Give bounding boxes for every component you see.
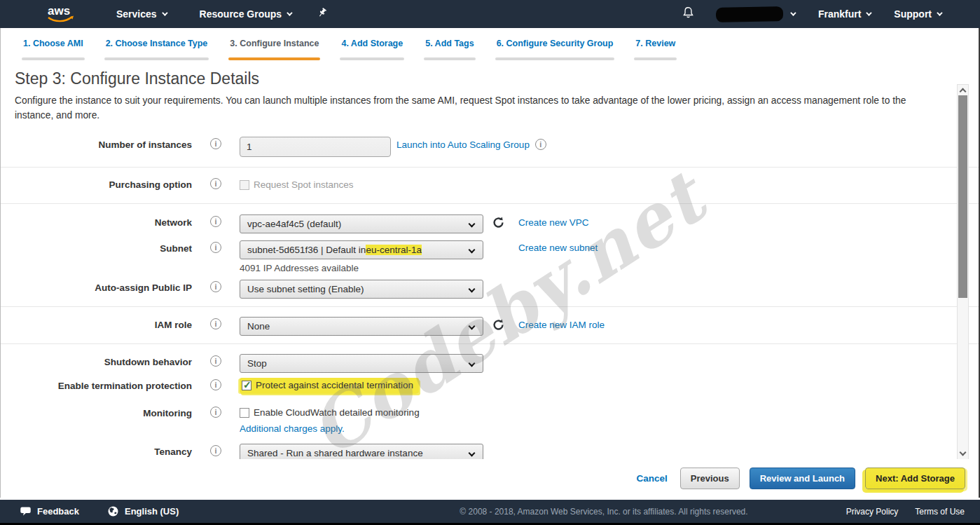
auto-assign-public-ip-value: Use subnet setting (Enable) [247, 284, 364, 294]
info-icon[interactable] [210, 445, 221, 456]
field-label: Number of instances [1, 129, 192, 150]
create-new-vpc-link[interactable]: Create new VPC [518, 217, 589, 228]
refresh-icon [492, 216, 505, 229]
tab-configure-instance[interactable]: 3. Configure Instance [228, 39, 320, 67]
field-label: Network [1, 204, 192, 228]
feedback-button[interactable]: Feedback [20, 505, 79, 517]
pushpin-icon [316, 6, 329, 19]
create-new-subnet-link[interactable]: Create new subnet [518, 243, 598, 253]
refresh-iam-button[interactable] [483, 318, 513, 332]
cancel-link[interactable]: Cancel [637, 473, 668, 484]
checkbox-label: Enable CloudWatch detailed monitoring [254, 407, 420, 418]
info-icon[interactable] [210, 178, 221, 189]
chevron-down-icon [469, 323, 476, 330]
chevron-down-icon [867, 10, 872, 15]
row-subnet: Subnet subnet-5d651f36 | Default in eu-c… [1, 238, 979, 274]
field-label: Tenancy [1, 439, 192, 457]
window-body: 1. Choose AMI 2. Choose Instance Type 3.… [0, 28, 980, 498]
subnet-select[interactable]: subnet-5d651f36 | Default in eu-central-… [240, 240, 483, 259]
subnet-select-value: subnet-5d651f36 | Default in [247, 245, 366, 255]
info-icon[interactable] [210, 242, 221, 253]
row-shutdown-behavior: Shutdown behavior Stop [1, 344, 979, 376]
row-network: Network vpc-ae4af4c5 (default) [1, 204, 979, 238]
create-new-iam-role-link[interactable]: Create new IAM role [518, 320, 605, 330]
privacy-policy-link[interactable]: Privacy Policy [846, 507, 899, 517]
additional-charges-link[interactable]: Additional charges apply. [240, 423, 420, 434]
notifications-button[interactable] [682, 6, 695, 22]
field-label: Subnet [1, 238, 192, 254]
iam-role-value: None [247, 321, 270, 332]
tab-configure-security-group[interactable]: 6. Configure Security Group [495, 39, 615, 67]
info-icon[interactable] [210, 318, 221, 329]
scroll-down-icon[interactable] [960, 449, 967, 456]
chevron-down-icon [469, 221, 476, 228]
nav-resource-groups-menu[interactable]: Resource Groups [200, 8, 291, 20]
language-selector[interactable]: English (US) [107, 505, 179, 517]
nav-region-menu[interactable]: Frankfurt [818, 8, 870, 20]
field-label: Shutdown behavior [1, 344, 192, 367]
previous-button[interactable]: Previous [680, 468, 740, 489]
checkbox-label: Protect against accidental termination [256, 380, 413, 390]
nav-region-label: Frankfurt [818, 8, 861, 20]
request-spot-instances-checkbox[interactable] [240, 180, 249, 190]
tab-add-tags[interactable]: 5. Add Tags [424, 39, 475, 67]
row-auto-assign-public-ip: Auto-assign Public IP Use subnet setting… [1, 274, 979, 307]
nav-right-group: Frankfurt Support [682, 6, 941, 22]
row-termination-protection: Enable termination protection Protect ag… [1, 376, 979, 400]
next-add-storage-button[interactable]: Next: Add Storage [865, 468, 965, 489]
aws-logo[interactable]: aws [43, 3, 77, 25]
info-icon[interactable] [210, 407, 221, 418]
nav-services-menu[interactable]: Services [116, 8, 166, 20]
nav-support-menu[interactable]: Support [894, 8, 941, 20]
chevron-down-icon [469, 360, 476, 367]
iam-role-select[interactable]: None [240, 317, 483, 336]
row-monitoring: Monitoring Enable CloudWatch detailed mo… [1, 400, 979, 439]
tab-choose-ami[interactable]: 1. Choose AMI [22, 39, 85, 67]
tab-review[interactable]: 7. Review [634, 39, 677, 67]
refresh-icon [492, 318, 505, 332]
info-icon[interactable] [210, 281, 221, 292]
scrollbar-thumb[interactable] [958, 95, 967, 298]
ip-addresses-available-note: 4091 IP Addresses available [240, 263, 483, 273]
tenancy-select[interactable]: Shared - Run a shared hardware instance [240, 444, 483, 459]
shutdown-behavior-value: Stop [247, 358, 267, 369]
cloudwatch-monitoring-checkbox[interactable] [240, 408, 249, 418]
termination-protection-highlight: Protect against accidental termination [240, 378, 419, 393]
copyright-text: © 2008 - 2018, Amazon Web Services, Inc.… [460, 507, 747, 517]
scroll-up-icon[interactable] [960, 88, 967, 95]
review-and-launch-button[interactable]: Review and Launch [750, 468, 855, 489]
nav-resource-groups-label: Resource Groups [200, 8, 282, 20]
account-menu[interactable] [716, 7, 794, 22]
chevron-down-icon [469, 247, 476, 254]
page-title: Step 3: Configure Instance Details [1, 67, 979, 88]
auto-assign-public-ip-select[interactable]: Use subnet setting (Enable) [240, 280, 483, 299]
shutdown-behavior-select[interactable]: Stop [240, 354, 483, 373]
tab-add-storage[interactable]: 4. Add Storage [340, 39, 404, 67]
refresh-vpc-button[interactable] [483, 216, 513, 229]
info-icon[interactable] [210, 138, 221, 149]
row-purchasing-option: Purchasing option Request Spot instances [1, 168, 979, 204]
info-icon[interactable] [535, 139, 546, 150]
row-iam-role: IAM role None [1, 307, 979, 344]
chevron-down-icon [469, 286, 476, 293]
info-icon[interactable] [210, 379, 221, 390]
terms-of-use-link[interactable]: Terms of Use [915, 507, 965, 517]
tenancy-value: Shared - Run a shared hardware instance [247, 448, 423, 458]
network-select[interactable]: vpc-ae4af4c5 (default) [240, 214, 483, 233]
field-label: Auto-assign Public IP [1, 274, 192, 293]
aws-ec2-launch-wizard: aws Services Resource Groups [0, 0, 980, 525]
launch-into-auto-scaling-link[interactable]: Launch into Auto Scaling Group [396, 139, 530, 150]
row-number-of-instances: Number of instances Launch into Auto Sca… [1, 129, 979, 168]
vertical-scrollbar[interactable] [957, 84, 969, 459]
field-label: IAM role [1, 307, 192, 330]
chevron-down-icon [469, 450, 476, 457]
termination-protection-checkbox[interactable] [242, 381, 251, 390]
info-icon[interactable] [210, 355, 221, 367]
number-of-instances-input[interactable] [240, 137, 391, 157]
info-icon[interactable] [210, 216, 221, 227]
tab-choose-instance-type[interactable]: 2. Choose Instance Type [104, 39, 209, 67]
field-label: Enable termination protection [1, 376, 192, 391]
wizard-action-bar: Cancel Previous Review and Launch Next: … [1, 459, 979, 498]
pin-shortcut-button[interactable] [316, 6, 329, 22]
chevron-down-icon [790, 10, 796, 15]
